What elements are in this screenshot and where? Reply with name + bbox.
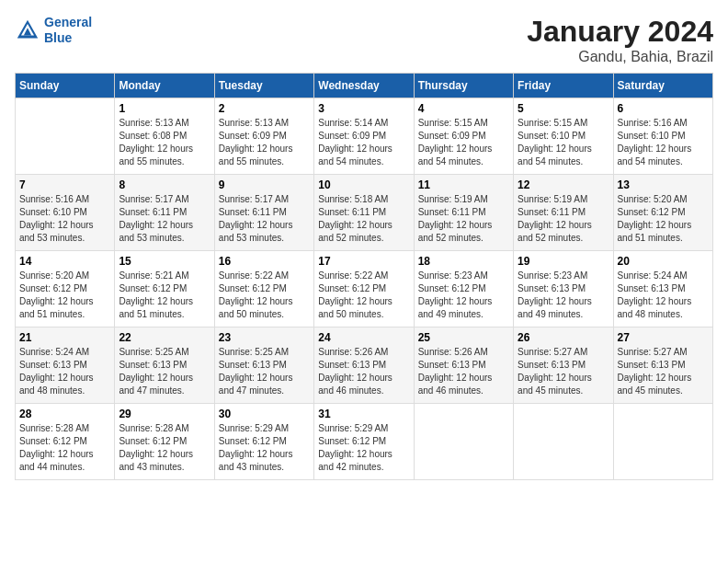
calendar-cell: 23Sunrise: 5:25 AMSunset: 6:13 PMDayligh…: [214, 327, 313, 404]
day-info: Sunrise: 5:28 AMSunset: 6:12 PMDaylight:…: [119, 422, 210, 474]
day-number: 7: [19, 178, 110, 191]
weekday-header: Wednesday: [314, 74, 414, 98]
day-number: 26: [518, 331, 609, 344]
day-info: Sunrise: 5:29 AMSunset: 6:12 PMDaylight:…: [318, 422, 409, 474]
calendar-cell: 30Sunrise: 5:29 AMSunset: 6:12 PMDayligh…: [214, 404, 313, 480]
calendar-cell: 31Sunrise: 5:29 AMSunset: 6:12 PMDayligh…: [314, 404, 414, 480]
day-info: Sunrise: 5:19 AMSunset: 6:11 PMDaylight:…: [518, 193, 609, 245]
day-info: Sunrise: 5:17 AMSunset: 6:11 PMDaylight:…: [119, 193, 210, 245]
calendar-cell: 19Sunrise: 5:23 AMSunset: 6:13 PMDayligh…: [514, 251, 613, 327]
calendar-cell: 16Sunrise: 5:22 AMSunset: 6:12 PMDayligh…: [214, 251, 313, 327]
day-number: 13: [618, 178, 709, 191]
logo-text: General Blue: [44, 15, 92, 46]
calendar-cell: [613, 404, 712, 480]
calendar-cell: 15Sunrise: 5:21 AMSunset: 6:12 PMDayligh…: [115, 251, 214, 327]
calendar-cell: 6Sunrise: 5:16 AMSunset: 6:10 PMDaylight…: [613, 98, 712, 175]
day-number: 27: [618, 331, 709, 344]
day-number: 9: [219, 178, 310, 191]
day-info: Sunrise: 5:27 AMSunset: 6:13 PMDaylight:…: [618, 346, 709, 397]
calendar-cell: 2Sunrise: 5:13 AMSunset: 6:09 PMDaylight…: [214, 98, 313, 175]
day-info: Sunrise: 5:20 AMSunset: 6:12 PMDaylight:…: [618, 193, 709, 245]
calendar-cell: 20Sunrise: 5:24 AMSunset: 6:13 PMDayligh…: [613, 251, 712, 327]
day-number: 6: [618, 102, 709, 115]
day-info: Sunrise: 5:25 AMSunset: 6:13 PMDaylight:…: [219, 346, 310, 397]
day-number: 30: [219, 408, 310, 420]
calendar-cell: 9Sunrise: 5:17 AMSunset: 6:11 PMDaylight…: [214, 175, 313, 251]
weekday-header: Saturday: [613, 74, 712, 98]
day-info: Sunrise: 5:19 AMSunset: 6:11 PMDaylight:…: [418, 193, 509, 245]
day-info: Sunrise: 5:18 AMSunset: 6:11 PMDaylight:…: [318, 193, 409, 245]
day-info: Sunrise: 5:24 AMSunset: 6:13 PMDaylight:…: [19, 346, 110, 397]
calendar-cell: 7Sunrise: 5:16 AMSunset: 6:10 PMDaylight…: [16, 175, 115, 251]
day-info: Sunrise: 5:27 AMSunset: 6:13 PMDaylight:…: [518, 346, 609, 397]
calendar-week-row: 7Sunrise: 5:16 AMSunset: 6:10 PMDaylight…: [16, 175, 713, 251]
day-info: Sunrise: 5:24 AMSunset: 6:13 PMDaylight:…: [618, 270, 709, 321]
title-block: January 2024 Gandu, Bahia, Brazil: [527, 15, 713, 65]
calendar-table: SundayMondayTuesdayWednesdayThursdayFrid…: [15, 73, 713, 480]
calendar-week-row: 28Sunrise: 5:28 AMSunset: 6:12 PMDayligh…: [16, 404, 713, 480]
day-number: 29: [119, 408, 210, 420]
calendar-cell: 25Sunrise: 5:26 AMSunset: 6:13 PMDayligh…: [414, 327, 513, 404]
calendar-cell: 11Sunrise: 5:19 AMSunset: 6:11 PMDayligh…: [414, 175, 513, 251]
day-number: 12: [518, 178, 609, 191]
day-number: 21: [19, 331, 110, 344]
day-number: 28: [19, 408, 110, 420]
calendar-cell: 8Sunrise: 5:17 AMSunset: 6:11 PMDaylight…: [115, 175, 214, 251]
calendar-cell: 22Sunrise: 5:25 AMSunset: 6:13 PMDayligh…: [115, 327, 214, 404]
day-info: Sunrise: 5:21 AMSunset: 6:12 PMDaylight:…: [119, 270, 210, 321]
logo: General Blue: [15, 15, 92, 46]
calendar-cell: 10Sunrise: 5:18 AMSunset: 6:11 PMDayligh…: [314, 175, 414, 251]
day-info: Sunrise: 5:28 AMSunset: 6:12 PMDaylight:…: [19, 422, 110, 474]
day-info: Sunrise: 5:13 AMSunset: 6:09 PMDaylight:…: [219, 117, 310, 168]
day-info: Sunrise: 5:13 AMSunset: 6:08 PMDaylight:…: [119, 117, 210, 168]
calendar-cell: 1Sunrise: 5:13 AMSunset: 6:08 PMDaylight…: [115, 98, 214, 175]
day-number: 17: [318, 255, 409, 268]
day-info: Sunrise: 5:16 AMSunset: 6:10 PMDaylight:…: [19, 193, 110, 245]
logo-line1: General: [44, 15, 92, 29]
day-number: 10: [318, 178, 409, 191]
day-number: 14: [19, 255, 110, 268]
logo-icon: [15, 17, 40, 43]
weekday-header: Sunday: [16, 74, 115, 98]
day-info: Sunrise: 5:15 AMSunset: 6:09 PMDaylight:…: [418, 117, 509, 168]
day-info: Sunrise: 5:17 AMSunset: 6:11 PMDaylight:…: [219, 193, 310, 245]
day-info: Sunrise: 5:26 AMSunset: 6:13 PMDaylight:…: [318, 346, 409, 397]
day-number: 22: [119, 331, 210, 344]
calendar-cell: 4Sunrise: 5:15 AMSunset: 6:09 PMDaylight…: [414, 98, 513, 175]
page-title: January 2024: [527, 15, 713, 49]
calendar-cell: 29Sunrise: 5:28 AMSunset: 6:12 PMDayligh…: [115, 404, 214, 480]
day-info: Sunrise: 5:29 AMSunset: 6:12 PMDaylight:…: [219, 422, 310, 474]
weekday-header-row: SundayMondayTuesdayWednesdayThursdayFrid…: [16, 74, 713, 98]
calendar-cell: [514, 404, 613, 480]
day-number: 1: [119, 102, 210, 115]
calendar-cell: 18Sunrise: 5:23 AMSunset: 6:12 PMDayligh…: [414, 251, 513, 327]
calendar-cell: 27Sunrise: 5:27 AMSunset: 6:13 PMDayligh…: [613, 327, 712, 404]
day-info: Sunrise: 5:15 AMSunset: 6:10 PMDaylight:…: [518, 117, 609, 168]
day-number: 15: [119, 255, 210, 268]
weekday-header: Friday: [514, 74, 613, 98]
calendar-week-row: 14Sunrise: 5:20 AMSunset: 6:12 PMDayligh…: [16, 251, 713, 327]
day-number: 25: [418, 331, 509, 344]
day-number: 2: [219, 102, 310, 115]
day-number: 24: [318, 331, 409, 344]
day-number: 23: [219, 331, 310, 344]
day-number: 18: [418, 255, 509, 268]
day-number: 8: [119, 178, 210, 191]
day-number: 3: [318, 102, 409, 115]
calendar-cell: [16, 98, 115, 175]
day-number: 20: [618, 255, 709, 268]
calendar-cell: 21Sunrise: 5:24 AMSunset: 6:13 PMDayligh…: [16, 327, 115, 404]
day-info: Sunrise: 5:22 AMSunset: 6:12 PMDaylight:…: [318, 270, 409, 321]
weekday-header: Monday: [115, 74, 214, 98]
weekday-header: Thursday: [414, 74, 513, 98]
page-subtitle: Gandu, Bahia, Brazil: [527, 49, 713, 65]
day-number: 16: [219, 255, 310, 268]
calendar-cell: 24Sunrise: 5:26 AMSunset: 6:13 PMDayligh…: [314, 327, 414, 404]
day-info: Sunrise: 5:20 AMSunset: 6:12 PMDaylight:…: [19, 270, 110, 321]
day-number: 4: [418, 102, 509, 115]
calendar-cell: 3Sunrise: 5:14 AMSunset: 6:09 PMDaylight…: [314, 98, 414, 175]
calendar-cell: 17Sunrise: 5:22 AMSunset: 6:12 PMDayligh…: [314, 251, 414, 327]
calendar-cell: 13Sunrise: 5:20 AMSunset: 6:12 PMDayligh…: [613, 175, 712, 251]
calendar-cell: 14Sunrise: 5:20 AMSunset: 6:12 PMDayligh…: [16, 251, 115, 327]
calendar-week-row: 21Sunrise: 5:24 AMSunset: 6:13 PMDayligh…: [16, 327, 713, 404]
